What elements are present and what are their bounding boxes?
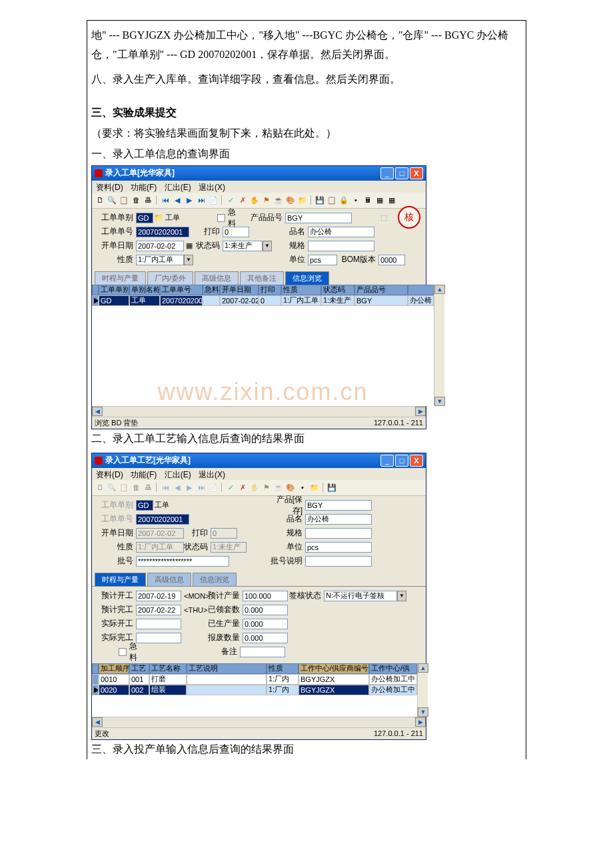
col-dbmc[interactable]: 单别名称 bbox=[129, 285, 160, 295]
save-icon[interactable]: 💾 bbox=[314, 195, 325, 205]
col-xz[interactable]: 性质 bbox=[267, 663, 299, 674]
first-icon[interactable]: ⏮ bbox=[160, 195, 171, 205]
input-ztm[interactable]: 1:未生产 bbox=[223, 241, 263, 251]
tab-inout[interactable]: 厂内/委外 bbox=[147, 271, 193, 285]
col-gy[interactable]: 工艺 bbox=[129, 663, 149, 674]
x-icon[interactable]: ✗ bbox=[237, 482, 248, 493]
input-cpph[interactable]: BGY bbox=[285, 213, 352, 223]
menu-func[interactable]: 功能(F) bbox=[131, 183, 157, 192]
titlebar[interactable]: 录入工单[光华家具] _ □ X bbox=[92, 166, 426, 181]
tab-schedule[interactable]: 时程与产量 bbox=[95, 271, 146, 285]
input-qhzt[interactable]: N:不运行电子签核 bbox=[324, 591, 397, 601]
input-sjkg[interactable] bbox=[136, 619, 181, 629]
tab-advanced[interactable]: 高级信息 bbox=[195, 271, 239, 285]
col-gdlb[interactable]: 工单单别 bbox=[99, 285, 129, 295]
input-gg[interactable] bbox=[308, 241, 374, 251]
input-ylts[interactable]: 0.000 bbox=[243, 605, 288, 615]
menu-export[interactable]: 汇出(E) bbox=[165, 183, 191, 192]
minimize-button[interactable]: _ bbox=[380, 455, 394, 467]
input-cpph[interactable]: BGY bbox=[305, 500, 372, 511]
input-dw[interactable]: pcs bbox=[305, 542, 372, 553]
grid-row[interactable]: ▶ GD 工单 20070202001 2007-02-02 0 1:厂内工单 … bbox=[92, 295, 434, 306]
input-xz[interactable]: 1:厂内工单 bbox=[136, 255, 184, 265]
input-gg[interactable] bbox=[305, 528, 372, 539]
print-icon[interactable]: 🖶 bbox=[143, 195, 153, 205]
col-gzzx2[interactable]: 工作中心/供 bbox=[369, 663, 417, 674]
col-gymc[interactable]: 工艺名称 bbox=[149, 663, 187, 674]
save-icon[interactable]: 💾 bbox=[326, 482, 337, 493]
menu-exit[interactable]: 退出(X) bbox=[199, 470, 225, 479]
scroll-up-icon[interactable]: ▲ bbox=[418, 663, 428, 673]
checkbox-jl[interactable] bbox=[217, 214, 225, 222]
input-yjcl[interactable]: 100.000 bbox=[243, 591, 288, 601]
menu-func[interactable]: 功能(F) bbox=[131, 470, 157, 479]
scroll-down-icon[interactable]: ▼ bbox=[418, 707, 428, 717]
input-gdlb[interactable]: GD bbox=[136, 213, 153, 223]
titlebar[interactable]: 录入工单工艺[光华家具] _ □ X bbox=[92, 453, 426, 468]
col-gysm[interactable]: 工艺说明 bbox=[187, 663, 267, 674]
scroll-down-icon[interactable]: ▼ bbox=[434, 397, 445, 406]
input-ph[interactable]: ******************* bbox=[136, 556, 229, 567]
input-yjkg[interactable]: 2007-02-19 bbox=[136, 591, 181, 601]
dot-icon[interactable]: • bbox=[297, 482, 308, 493]
input-phsm[interactable] bbox=[305, 556, 372, 567]
dot-icon[interactable]: • bbox=[350, 195, 361, 205]
calc-icon[interactable]: 🖩 bbox=[362, 195, 373, 205]
grid-row[interactable]: ▶ 0020 002 组装 1:厂内 BGYJGZX 办公椅加工中 bbox=[92, 685, 417, 695]
col-kdrq[interactable]: 开单日期 bbox=[220, 285, 259, 295]
scroll-right-icon[interactable]: ▶ bbox=[415, 717, 426, 727]
menu-exit[interactable]: 退出(X) bbox=[199, 183, 225, 192]
doc-icon[interactable]: 📄 bbox=[208, 195, 219, 205]
col-xz[interactable]: 性质 bbox=[281, 285, 321, 295]
col-pm[interactable] bbox=[408, 285, 434, 295]
col-ztm[interactable]: 状态码 bbox=[321, 285, 354, 295]
input-bfsl[interactable]: 0.000 bbox=[243, 633, 288, 643]
input-bom[interactable]: 0000 bbox=[378, 255, 405, 265]
grid-row[interactable]: 0010 001 打磨 1:厂内 BGYJGZX 办公椅加工中 bbox=[92, 674, 417, 685]
dropdown-qhzt[interactable]: ▼ bbox=[397, 591, 406, 601]
col-gzzx[interactable]: 工作中心/供应商编号 bbox=[299, 663, 369, 674]
minimize-button[interactable]: _ bbox=[380, 167, 394, 179]
palette-icon[interactable]: 🎨 bbox=[285, 195, 296, 205]
check-icon[interactable]: ✓ bbox=[225, 482, 236, 493]
filter-icon[interactable]: ☕ bbox=[273, 195, 284, 205]
scroll-up-icon[interactable]: ▲ bbox=[434, 285, 445, 294]
dropdown-ztm[interactable]: ▼ bbox=[263, 241, 272, 251]
input-ysc[interactable]: 0.000 bbox=[243, 619, 288, 629]
input-bz[interactable] bbox=[240, 647, 285, 657]
tab-schedule[interactable]: 时程与产量 bbox=[95, 573, 146, 586]
tab-advanced[interactable]: 高级信息 bbox=[147, 573, 191, 586]
lookup-icon[interactable]: 📁 bbox=[153, 213, 164, 223]
copy-icon[interactable]: 📋 bbox=[119, 195, 129, 205]
menubar[interactable]: 资料(D) 功能(F) 汇出(E) 退出(X) bbox=[92, 181, 426, 193]
col-gddh[interactable]: 工单单号 bbox=[160, 285, 203, 295]
input-pm[interactable]: 办公椅 bbox=[305, 514, 372, 525]
dropdown-xz[interactable]: ▼ bbox=[184, 255, 193, 265]
input-gdlb[interactable]: GD bbox=[136, 500, 153, 511]
tab-browse[interactable]: 信息浏览 bbox=[193, 573, 237, 586]
scrollbar-h[interactable]: ◀ ▶ bbox=[92, 717, 426, 727]
input-kdrq[interactable]: 2007-02-02 bbox=[136, 241, 184, 251]
tab-remark[interactable]: 其他备注 bbox=[240, 271, 284, 285]
input-dw[interactable]: pcs bbox=[308, 255, 337, 265]
last-icon[interactable]: ⏭ bbox=[196, 195, 207, 205]
input-gddh[interactable]: 20070202001 bbox=[136, 227, 189, 237]
input-dy[interactable]: 0 bbox=[223, 227, 249, 237]
menubar[interactable]: 资料(D) 功能(F) 汇出(E) 退出(X) bbox=[92, 468, 426, 480]
scroll-left-icon[interactable]: ◀ bbox=[92, 407, 103, 416]
palette-icon[interactable]: 🎨 bbox=[285, 482, 296, 493]
maximize-button[interactable]: □ bbox=[395, 167, 408, 179]
input-yjwg[interactable]: 2007-02-22 bbox=[136, 605, 181, 615]
lock-icon[interactable]: 🔒 bbox=[338, 195, 349, 205]
checkbox-jl2[interactable] bbox=[119, 648, 127, 656]
new-icon[interactable]: 🗋 bbox=[95, 195, 105, 205]
check-icon[interactable]: ✓ bbox=[225, 195, 236, 205]
menu-data[interactable]: 资料(D) bbox=[96, 183, 123, 192]
menu-data[interactable]: 资料(D) bbox=[96, 470, 123, 479]
scrollbar-h[interactable]: ◀ ▶ bbox=[92, 406, 426, 417]
scroll-track[interactable] bbox=[103, 407, 415, 416]
grid2-icon[interactable]: ▦ bbox=[386, 195, 397, 205]
x-icon[interactable]: ✗ bbox=[237, 195, 248, 205]
maximize-button[interactable]: □ bbox=[395, 455, 408, 467]
search-icon[interactable]: 🔍 bbox=[107, 195, 117, 205]
